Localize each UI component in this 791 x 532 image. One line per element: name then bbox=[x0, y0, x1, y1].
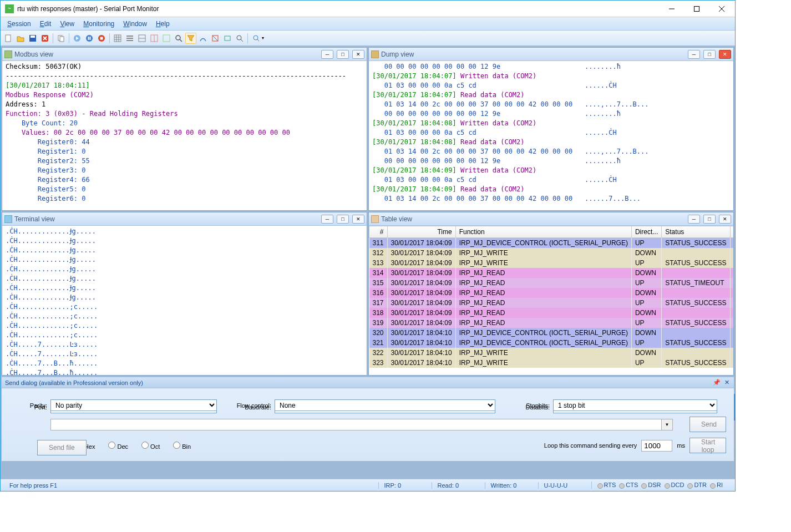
table-row[interactable]: 31630/01/2017 18:04:09IRP_MJ_READDOWN bbox=[369, 288, 734, 298]
menu-session[interactable]: Session bbox=[3, 19, 36, 29]
svg-line-39 bbox=[257, 39, 259, 41]
table-row[interactable]: 31230/01/2017 18:04:09IRP_MJ_WRITEDOWN bbox=[369, 248, 734, 258]
dump-body[interactable]: 00 00 00 00 00 00 00 00 12 9e ........ħ[… bbox=[369, 61, 733, 210]
terminal-title: Terminal view bbox=[14, 215, 318, 223]
new-icon[interactable] bbox=[3, 33, 14, 44]
menu-edit[interactable]: Edit bbox=[36, 19, 56, 29]
svg-rect-25 bbox=[126, 40, 133, 41]
table-row[interactable]: 31930/01/2017 18:04:09IRP_MJ_READUPSTATU… bbox=[369, 318, 734, 328]
delete-icon[interactable] bbox=[39, 33, 50, 44]
svg-rect-6 bbox=[31, 36, 35, 38]
send-input-combo[interactable]: ▼ bbox=[50, 419, 673, 430]
panel-maximize-button[interactable]: □ bbox=[337, 215, 349, 224]
menu-help[interactable]: Help bbox=[151, 19, 174, 29]
svg-rect-17 bbox=[100, 37, 103, 39]
panel-close-button[interactable]: ✕ bbox=[352, 215, 364, 224]
svg-rect-1 bbox=[694, 6, 699, 11]
send-file-button[interactable]: Send file bbox=[37, 440, 87, 455]
view4-icon[interactable] bbox=[149, 33, 160, 44]
find-icon[interactable] bbox=[173, 33, 184, 44]
svg-rect-11 bbox=[60, 37, 64, 42]
stopbits-select[interactable]: 1 stop bit bbox=[553, 399, 717, 411]
panel-close-button[interactable]: ✕ bbox=[352, 50, 364, 59]
terminal-body[interactable]: .ĊH.............Ɉg......ĊH.............Ɉ… bbox=[2, 226, 367, 375]
close-button[interactable] bbox=[709, 1, 734, 17]
svg-point-36 bbox=[237, 36, 241, 40]
panel-maximize-button[interactable]: □ bbox=[337, 50, 349, 59]
panel-minimize-button[interactable]: ─ bbox=[321, 50, 333, 59]
play-icon[interactable] bbox=[72, 33, 83, 44]
pause-icon[interactable] bbox=[84, 33, 95, 44]
svg-rect-24 bbox=[126, 38, 133, 39]
svg-rect-23 bbox=[126, 36, 133, 37]
statusbar: For help press F1 IRP: 0 Read: 0 Written… bbox=[1, 479, 735, 491]
table-row[interactable]: 31530/01/2017 18:04:09IRP_MJ_READUPSTATU… bbox=[369, 278, 734, 288]
panel-minimize-button[interactable]: ─ bbox=[688, 215, 700, 224]
copy-icon[interactable] bbox=[55, 33, 67, 44]
svg-line-37 bbox=[241, 39, 243, 42]
window-title: rtu with responses (master) - Serial Por… bbox=[17, 5, 659, 13]
tool3-icon[interactable] bbox=[222, 33, 233, 44]
view5-icon[interactable] bbox=[161, 33, 172, 44]
menu-view[interactable]: View bbox=[55, 19, 79, 29]
status-uuuu: U-U-U-U bbox=[538, 482, 591, 489]
send-close-icon[interactable]: ✕ bbox=[723, 379, 731, 387]
dump-icon bbox=[371, 50, 379, 58]
menu-monitoring[interactable]: Monitoring bbox=[79, 19, 119, 29]
view3-icon[interactable] bbox=[136, 33, 148, 44]
toolbar: ▼ bbox=[1, 31, 735, 46]
view1-icon[interactable] bbox=[112, 33, 123, 44]
open-icon[interactable] bbox=[15, 33, 26, 44]
svg-rect-30 bbox=[163, 35, 170, 42]
zoom-icon[interactable] bbox=[234, 33, 245, 44]
table-body[interactable]: #TimeFunctionDirect...StatusData31130/01… bbox=[369, 226, 733, 375]
table-row[interactable]: 31130/01/2017 18:04:09IRP_MJ_DEVICE_CONT… bbox=[369, 238, 734, 249]
table-row[interactable]: 31730/01/2017 18:04:09IRP_MJ_READUPSTATU… bbox=[369, 298, 734, 308]
svg-rect-35 bbox=[225, 36, 230, 40]
send-input[interactable] bbox=[50, 419, 662, 430]
send-button[interactable]: Send bbox=[689, 417, 726, 432]
open-button[interactable]: Open bbox=[734, 394, 735, 420]
table-row[interactable]: 31330/01/2017 18:04:09IRP_MJ_WRITEUPSTAT… bbox=[369, 258, 734, 268]
table-row[interactable]: 32230/01/2017 18:04:10IRP_MJ_WRITEDOWN bbox=[369, 348, 734, 358]
table-row[interactable]: 32330/01/2017 18:04:10IRP_MJ_WRITEUPSTAT… bbox=[369, 358, 734, 368]
zoom-dropdown-icon[interactable]: ▼ bbox=[250, 33, 267, 44]
svg-point-38 bbox=[253, 36, 258, 40]
terminal-panel: Terminal view ─ □ ✕ .ĊH.............Ɉg..… bbox=[2, 212, 367, 376]
panel-minimize-button[interactable]: ─ bbox=[321, 215, 333, 224]
menubar: Session Edit View Monitoring Window Help bbox=[1, 17, 735, 31]
svg-line-34 bbox=[212, 36, 218, 41]
titlebar: ~ rtu with responses (master) - Serial P… bbox=[1, 1, 735, 17]
table-row[interactable]: 31830/01/2017 18:04:09IRP_MJ_READDOWN bbox=[369, 308, 734, 318]
table-panel: Table view ─ □ ✕ #TimeFunctionDirect...S… bbox=[368, 212, 734, 376]
flow-select[interactable]: None bbox=[275, 399, 495, 411]
table-title: Table view bbox=[381, 215, 684, 223]
tool1-icon[interactable] bbox=[197, 33, 209, 44]
pin-icon[interactable]: 📌 bbox=[713, 379, 721, 387]
status-read: Read: 0 bbox=[432, 482, 485, 489]
modbus-body[interactable]: Checksum: 50637(OK)---------------------… bbox=[2, 61, 367, 210]
parity-select[interactable]: No parity bbox=[50, 399, 217, 411]
table-row[interactable]: 32130/01/2017 18:04:10IRP_MJ_DEVICE_CONT… bbox=[369, 338, 734, 348]
maximize-button[interactable] bbox=[684, 1, 709, 17]
menu-window[interactable]: Window bbox=[119, 19, 151, 29]
panel-minimize-button[interactable]: ─ bbox=[688, 50, 700, 59]
minimize-button[interactable] bbox=[659, 1, 684, 17]
table-row[interactable]: 31430/01/2017 18:04:09IRP_MJ_READDOWN bbox=[369, 268, 734, 278]
filter-icon[interactable] bbox=[185, 33, 196, 44]
panel-maximize-button[interactable]: □ bbox=[703, 50, 716, 59]
panel-close-button[interactable]: ✕ bbox=[719, 215, 731, 224]
send-header-label: Send dialog (available in Professional v… bbox=[5, 379, 143, 386]
stop-icon[interactable] bbox=[96, 33, 107, 44]
table-row[interactable]: 32030/01/2017 18:04:10IRP_MJ_DEVICE_CONT… bbox=[369, 328, 734, 338]
view2-icon[interactable] bbox=[124, 33, 135, 44]
dump-panel: Dump view ─ □ ✕ 00 00 00 00 00 00 00 00 … bbox=[368, 47, 734, 211]
modbus-icon bbox=[4, 50, 12, 58]
panel-close-button[interactable]: ✕ bbox=[719, 50, 731, 59]
stopbits-label: Stopbits: bbox=[512, 402, 550, 409]
panel-maximize-button[interactable]: □ bbox=[703, 215, 716, 224]
send-input-dropdown-icon[interactable]: ▼ bbox=[662, 419, 673, 430]
save-icon[interactable] bbox=[27, 33, 38, 44]
status-leds: RTSCTSDSRDCDDTRRI bbox=[591, 482, 732, 488]
tool2-icon[interactable] bbox=[210, 33, 221, 44]
